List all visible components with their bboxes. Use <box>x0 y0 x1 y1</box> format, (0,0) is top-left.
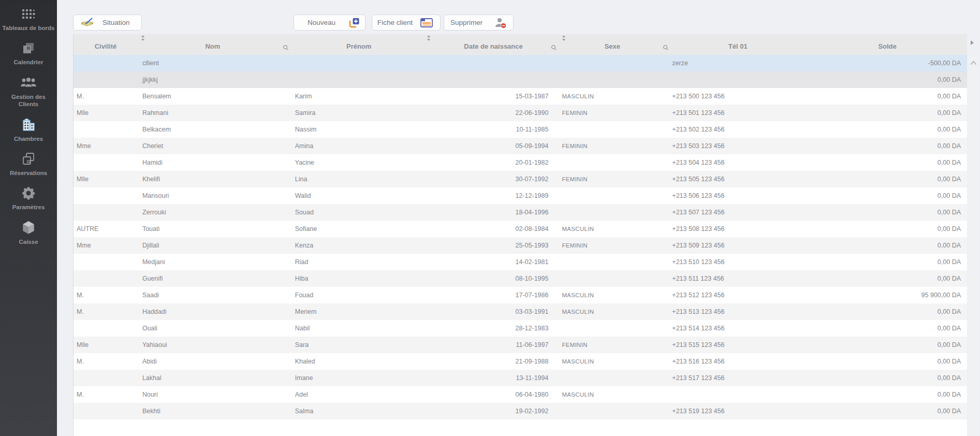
cell-nom: Rahmani <box>138 105 288 121</box>
cell-nom: Ouali <box>138 320 288 337</box>
cell-sexe <box>557 71 668 88</box>
cell-prenom <box>288 55 430 71</box>
cell-civilite <box>74 320 138 337</box>
cell-nom: Bensalem <box>138 88 288 105</box>
cell-civilite: Mme <box>74 138 138 154</box>
column-header-civilite[interactable]: Civilité <box>74 34 138 55</box>
table-row[interactable]: M.SaadiFouad17-07-1986MASCULIN+213 512 1… <box>74 287 967 303</box>
sort-arrows-icon[interactable] <box>141 35 145 41</box>
cell-solde: 0,00 DA <box>808 370 967 386</box>
table-row[interactable]: MmeDjillaliKenza25-05-1993FEMININ+213 50… <box>74 237 967 254</box>
cell-civilite <box>74 403 138 419</box>
vertical-scrollbar[interactable] <box>968 55 979 436</box>
nouveau-button-label: Nouveau <box>308 19 335 26</box>
sidebar-item-label: Tableaux de bords <box>1 24 57 32</box>
column-header-prenom[interactable]: Prénom <box>288 34 430 55</box>
cell-prenom: Khaled <box>288 353 430 370</box>
sort-arrows-icon[interactable] <box>427 35 431 41</box>
situation-button[interactable]: Situation <box>73 14 142 31</box>
table-row[interactable]: LakhalImane13-11-1994+213 517 123 4560,0… <box>74 370 967 386</box>
table-row[interactable]: jjkjkkj0,00 DA <box>74 71 967 88</box>
cell-prenom: Salma <box>288 403 430 419</box>
gear-icon <box>21 185 36 201</box>
cell-solde: 0,00 DA <box>808 254 967 270</box>
sidebar-item-tableaux-de-bords[interactable]: Tableaux de bords <box>0 6 57 32</box>
sidebar-item-parametres[interactable]: Paramètres <box>0 185 57 211</box>
situation-button-label: Situation <box>103 19 130 26</box>
table-row[interactable]: OualiNabil28-12-1983+213 514 123 4560,00… <box>74 320 967 337</box>
cell-prenom: Samira <box>288 105 430 121</box>
cell-solde: 0,00 DA <box>808 353 967 370</box>
sidebar-item-caisse[interactable]: Caisse <box>0 220 57 245</box>
table-row[interactable]: MansouriWalid12-12-1989+213 506 123 4560… <box>74 187 967 204</box>
fiche-client-button[interactable]: Fiche client <box>372 14 441 31</box>
filter-search-icon[interactable] <box>663 45 669 51</box>
column-header-nom[interactable]: Nom <box>138 34 288 55</box>
cell-nom: Saadi <box>138 287 288 303</box>
cell-sexe: MASCULIN <box>557 353 668 370</box>
cell-naissance: 21-09-1988 <box>430 353 557 370</box>
cell-nom: jjkjkkj <box>138 71 288 88</box>
sidebar-item-gestion-des-clients[interactable]: Gestion des Clients <box>0 75 57 108</box>
cell-civilite: M. <box>74 303 138 320</box>
table-row[interactable]: M.BensalemKarim15-03-1987MASCULIN+213 50… <box>74 88 967 105</box>
supprimer-button[interactable]: Supprimer <box>444 14 514 31</box>
sidebar-item-reservations[interactable]: Réservations <box>0 151 57 177</box>
cell-tel: +213 501 123 456 <box>668 105 808 121</box>
nouveau-button[interactable]: Nouveau <box>294 14 365 31</box>
sidebar-item-label: Calendrier <box>12 59 46 66</box>
pages-copy-icon <box>22 151 35 167</box>
column-header-naissance[interactable]: Date de naissance <box>430 34 557 55</box>
sidebar-item-label: Réservations <box>8 169 49 177</box>
cell-civilite: M. <box>74 353 138 370</box>
sidebar-item-chambres[interactable]: Chambres <box>0 117 57 142</box>
cell-sexe <box>557 254 668 270</box>
table-row[interactable]: cllientzerze-500,00 DA <box>74 55 967 71</box>
sort-arrows-icon[interactable] <box>562 35 566 41</box>
table-body: cllientzerze-500,00 DAjjkjkkj0,00 DAM.Be… <box>74 55 967 419</box>
cell-nom: Haddadi <box>138 303 288 320</box>
cell-nom: Bekhti <box>138 403 288 419</box>
cell-tel: +213 507 123 456 <box>668 204 808 221</box>
column-header-tel[interactable]: Tél 01 <box>668 34 808 55</box>
cell-nom: Zerrouki <box>138 204 288 221</box>
cell-nom: Cheriet <box>138 138 288 154</box>
sidebar-item-calendrier[interactable]: Calendrier <box>0 40 57 66</box>
column-header-solde[interactable]: Solde <box>808 34 967 55</box>
cell-sexe <box>557 320 668 337</box>
filter-search-icon[interactable] <box>283 45 289 51</box>
table-row[interactable]: AUTRETouatiSofiane02-08-1984MASCULIN+213… <box>74 221 967 237</box>
table-row[interactable]: M.HaddadiMeriem03-03-1991MASCULIN+213 51… <box>74 303 967 320</box>
table-row[interactable]: M.NouriAdel06-04-1980MASCULIN0,00 DA <box>74 386 967 403</box>
table-row[interactable]: MmeCherietAmina05-09-1994FEMININ+213 503… <box>74 138 967 154</box>
scroll-up-icon[interactable] <box>970 58 977 67</box>
cell-solde: 0,00 DA <box>808 71 967 88</box>
table-row[interactable]: MlleYahiaouiSara11-06-1997FEMININ+213 51… <box>74 337 967 353</box>
header-overflow-arrow-icon[interactable] <box>970 40 974 45</box>
cell-sexe <box>557 270 668 287</box>
cell-tel: +213 509 123 456 <box>668 237 808 254</box>
building-icon <box>21 117 36 133</box>
cell-nom: Hamidi <box>138 154 288 171</box>
table-row[interactable]: GuenifiHiba08-10-1995+213 511 123 4560,0… <box>74 270 967 287</box>
column-header-sexe[interactable]: Sexe <box>557 34 668 55</box>
table-row[interactable]: ZerroukiSouad18-04-1996+213 507 123 4560… <box>74 204 967 221</box>
cell-solde: 95 900,00 DA <box>808 287 967 303</box>
fiche-client-button-label: Fiche client <box>377 19 413 26</box>
cell-solde: 0,00 DA <box>808 386 967 403</box>
cell-civilite: Mme <box>74 237 138 254</box>
table-row[interactable]: BelkacemNassim10-11-1985+213 502 123 456… <box>74 121 967 138</box>
table-row[interactable]: MedjaniRiad14-02-1981+213 510 123 4560,0… <box>74 254 967 270</box>
cell-solde: 0,00 DA <box>808 221 967 237</box>
cell-nom: Yahiaoui <box>138 337 288 353</box>
table-row[interactable]: MlleKhelifiLina30-07-1992FEMININ+213 505… <box>74 171 967 187</box>
table-row[interactable]: MlleRahmaniSamira22-06-1990FEMININ+213 5… <box>74 105 967 121</box>
cell-prenom: Sara <box>288 337 430 353</box>
table-row[interactable]: BekhtiSalma19-02-1992+213 519 123 4560,0… <box>74 403 967 419</box>
table-row[interactable]: HamidiYacine20-01-1982+213 504 123 4560,… <box>74 154 967 171</box>
filter-search-icon[interactable] <box>551 45 557 51</box>
cell-sexe: MASCULIN <box>557 303 668 320</box>
table-row[interactable]: M.AbidiKhaled21-09-1988MASCULIN+213 516 … <box>74 353 967 370</box>
cell-nom: Mansouri <box>138 187 288 204</box>
cell-nom: Abidi <box>138 353 288 370</box>
